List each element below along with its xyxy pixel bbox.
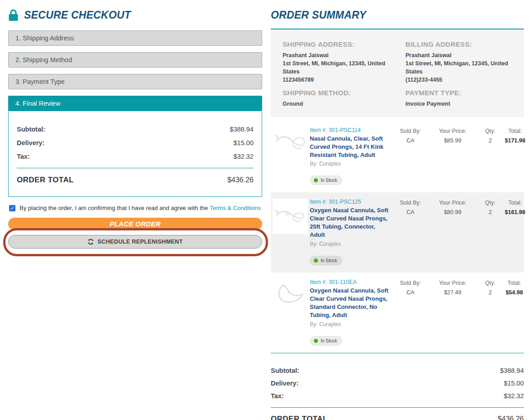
order-total-label: ORDER TOTAL	[271, 415, 328, 420]
qty-label: Qty:	[476, 280, 505, 286]
product-details: Item #: 301-110EA Oxygen Nasal Cannula, …	[310, 277, 391, 346]
delivery-value: $15.00	[504, 380, 524, 387]
secure-checkout-header: SECURE CHECKOUT	[8, 9, 262, 21]
step-shipping-address[interactable]: 1. Shipping Address	[8, 30, 262, 46]
refresh-icon	[88, 239, 94, 245]
shipping-address-label: SHIPPING ADDRESS:	[283, 40, 389, 48]
price-label: Your Price:	[430, 280, 476, 286]
product-name-link[interactable]: Oxygen Nasal Cannula, Soft Clear Curved …	[310, 206, 391, 239]
qty-label: Qty:	[476, 200, 505, 206]
billing-address-phone: (112)233-4455	[405, 76, 512, 84]
sold-by-value: CA	[391, 209, 430, 215]
shipping-address-block: SHIPPING ADDRESS: Prashant Jaiswal 1st S…	[283, 36, 389, 84]
delivery-row: Delivery: $15.00	[271, 380, 524, 387]
stock-label: In Stock	[321, 338, 337, 343]
sold-by-label: Sold By:	[391, 200, 430, 206]
product-image-nasal-cannula	[273, 280, 306, 313]
product-name-link[interactable]: Nasal Cannula, Clear, Soft Curved Prongs…	[310, 135, 391, 159]
product-details: Item #: 301-PSC114 Nasal Cannula, Clear,…	[310, 125, 391, 186]
item-number-link[interactable]: Item #: 301-PSC125	[310, 199, 391, 205]
tax-label: Tax:	[17, 153, 30, 160]
product-brand: By: Curaplex	[310, 161, 391, 167]
billing-address-block: BILLING ADDRESS: Prashant Jaiswal 1st St…	[405, 36, 512, 84]
checkout-column: SECURE CHECKOUT 1. Shipping Address 2. S…	[8, 6, 262, 420]
order-item-row: Item #: 301-PSC125 Oxygen Nasal Cannula,…	[271, 192, 524, 273]
schedule-replenishment-area: SCHEDULE REPLENISHMENT	[8, 235, 262, 249]
qty-value: 2	[476, 137, 505, 144]
sold-by-value: CA	[391, 137, 430, 144]
order-item-row: Item #: 301-110EA Oxygen Nasal Cannula, …	[271, 273, 524, 353]
item-number-link[interactable]: Item #: 301-PSC114	[310, 127, 391, 133]
terms-checkbox[interactable]: ✓	[9, 205, 15, 211]
qty-value: 2	[476, 209, 505, 215]
order-item-row: Item #: 301-PSC114 Nasal Cannula, Clear,…	[271, 121, 524, 193]
stock-badge: In Stock	[310, 336, 342, 346]
billing-address-name: Prashant Jaiswal	[405, 51, 512, 59]
step-final-review[interactable]: 4. Final Review	[8, 96, 262, 111]
price-value: $80.99	[430, 209, 476, 215]
grand-total-divider	[271, 407, 524, 408]
price-value: $27.49	[430, 289, 476, 296]
billing-address-text: 1st Street, MI, Michigan, 12345, United …	[405, 59, 512, 76]
shipping-method-block: SHIPPING METHOD: Ground	[283, 84, 389, 108]
qty-cell: Qty: 2	[476, 197, 505, 215]
final-review-panel: Subtotal: $388.94 Delivery: $15.00 Tax: …	[8, 111, 262, 197]
terms-text: By placing the order, I am confirming th…	[20, 205, 261, 211]
order-total-row: ORDER TOTAL $436.26	[17, 176, 254, 185]
product-name-link[interactable]: Oxygen Nasal Cannula, Soft Clear Curved …	[310, 287, 391, 319]
price-value: $85.99	[430, 137, 476, 144]
payment-type-block: PAYMENT TYPE: Invoice Payment	[405, 84, 512, 108]
total-value: $54.98	[505, 289, 524, 296]
subtotal-label: Subtotal:	[271, 367, 299, 374]
place-order-button[interactable]: PLACE ORDER	[8, 218, 262, 230]
price-cell: Your Price: $27.49	[430, 277, 476, 296]
subtotal-value: $388.94	[230, 126, 254, 133]
total-label: Total:	[505, 280, 524, 286]
stock-label: In Stock	[321, 178, 337, 183]
price-label: Your Price:	[430, 200, 476, 206]
step-shipping-method[interactable]: 2. Shipping Method	[8, 52, 262, 68]
item-number-link[interactable]: Item #: 301-110EA	[310, 279, 391, 285]
tax-value: $32.32	[504, 392, 524, 400]
product-image-nasal-cannula	[273, 199, 308, 234]
order-total-value: $436.26	[498, 415, 524, 420]
delivery-row: Delivery: $15.00	[17, 139, 254, 147]
totals-divider	[17, 168, 254, 168]
subtotal-row: Subtotal: $388.94	[271, 367, 524, 374]
delivery-label: Delivery:	[17, 139, 44, 147]
subtotal-row: Subtotal: $388.94	[17, 126, 254, 133]
terms-row: ✓ By placing the order, I am confirming …	[9, 205, 262, 211]
payment-type-label: PAYMENT TYPE:	[405, 89, 512, 97]
total-label: Total:	[505, 200, 525, 206]
stock-badge: In Stock	[310, 176, 342, 185]
sold-by-label: Sold By:	[391, 128, 430, 134]
lock-icon	[8, 9, 19, 21]
total-value: $171.98	[505, 137, 525, 144]
qty-cell: Qty: 2	[476, 125, 505, 144]
tax-label: Tax:	[271, 392, 284, 400]
total-cell: Total: $54.98	[505, 277, 524, 296]
qty-cell: Qty: 2	[476, 277, 505, 296]
order-total-row: ORDER TOTAL $436.26	[271, 415, 524, 420]
step-payment-type[interactable]: 3. Payment Type	[8, 74, 262, 89]
price-label: Your Price:	[430, 128, 476, 134]
tax-value: $32.32	[234, 153, 254, 160]
payment-type-value: Invoice Payment	[405, 100, 512, 108]
stock-badge: In Stock	[310, 256, 342, 265]
qty-label: Qty:	[476, 128, 505, 134]
terms-conditions-link[interactable]: Terms & Conditions	[210, 205, 261, 211]
order-items-list: Item #: 301-PSC114 Nasal Cannula, Clear,…	[271, 121, 524, 353]
total-cell: Total: $161.98	[505, 197, 525, 215]
shipping-address-phone: 1123456789	[283, 76, 389, 84]
total-label: Total:	[505, 128, 525, 134]
subtotal-value: $388.94	[500, 367, 524, 374]
shipping-method-label: SHIPPING METHOD:	[283, 89, 389, 97]
product-details: Item #: 301-PSC125 Oxygen Nasal Cannula,…	[310, 197, 391, 265]
delivery-value: $15.00	[234, 139, 254, 147]
delivery-label: Delivery:	[271, 380, 298, 387]
product-image-nasal-cannula	[273, 128, 306, 161]
tax-row: Tax: $32.32	[17, 153, 254, 160]
sold-by-cell: Sold By: CA	[391, 125, 430, 144]
in-stock-dot-icon	[314, 339, 318, 343]
schedule-replenishment-button[interactable]: SCHEDULE REPLENISHMENT	[8, 235, 262, 249]
